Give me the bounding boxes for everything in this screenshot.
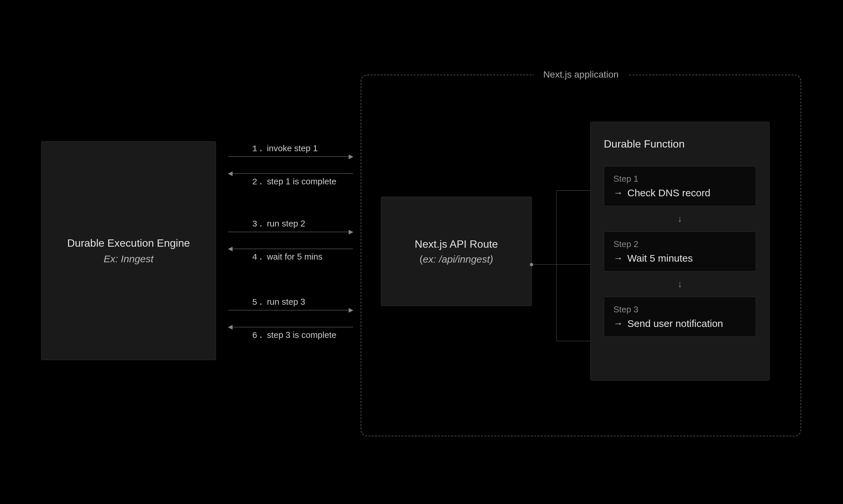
arrow-invoke-step-1: 1. invoke step 1 [228, 143, 353, 157]
step-label: Step 3 [613, 304, 747, 315]
arrow-right-icon [228, 232, 353, 232]
arrow-right-icon: → [613, 188, 623, 198]
arrow-right-icon: → [613, 253, 623, 264]
engine-subtitle: Ex: Inngest [104, 253, 153, 265]
arrow-step-3-complete: 6. step 3 is complete [228, 327, 353, 341]
step-box-2: Step 2 → Wait 5 minutes [604, 231, 756, 272]
step-box-3: Step 3 → Send user notification [604, 297, 756, 337]
arrow-run-step-3: 5. run step 3 [228, 297, 353, 310]
step-action: → Send user notification [613, 318, 747, 329]
arrow-down-icon: ↓ [604, 272, 756, 297]
connector-line [533, 264, 556, 265]
arrow-right-icon [228, 157, 353, 157]
arrow-label-1: 1. invoke step 1 [252, 143, 353, 154]
connector-line [556, 264, 590, 265]
arrow-down-icon: ↓ [604, 206, 756, 231]
arrow-label-3: 3. run step 2 [252, 218, 353, 229]
connector-line [556, 190, 557, 341]
step-label: Step 2 [613, 239, 747, 249]
engine-title: Durable Execution Engine [67, 237, 190, 249]
api-route-title: Next.js API Route [415, 238, 498, 250]
durable-function-title: Durable Function [604, 138, 756, 150]
step-box-1: Step 1 → Check DNS record [604, 166, 756, 206]
durable-function-panel: Durable Function Step 1 → Check DNS reco… [590, 122, 770, 381]
arrow-wait-5-mins: 4. wait for 5 mins [228, 249, 353, 262]
arrow-run-step-2: 3. run step 2 [228, 218, 353, 232]
arrow-label-6: 6. step 3 is complete [252, 330, 353, 341]
arrow-label-4: 4. wait for 5 mins [252, 252, 353, 262]
arrow-left-icon [228, 249, 353, 249]
engine-box: Durable Execution Engine Ex: Inngest [41, 141, 216, 360]
step-action: → Wait 5 minutes [613, 253, 747, 264]
arrow-left-icon [228, 174, 353, 174]
app-label: Next.js application [534, 69, 628, 80]
api-route-subtitle: (ex: /api/inngest) [420, 254, 493, 265]
arrow-label-5: 5. run step 3 [252, 297, 353, 307]
step-label: Step 1 [613, 174, 747, 184]
step-action: → Check DNS record [613, 187, 747, 199]
connector-line [556, 190, 590, 191]
api-route-box: Next.js API Route (ex: /api/inngest) [381, 197, 532, 306]
arrow-step-1-complete: 2. step 1 is complete [228, 174, 353, 187]
arrow-right-icon [228, 310, 353, 310]
connector-line [556, 341, 590, 341]
arrow-label-2: 2. step 1 is complete [252, 176, 353, 187]
arrow-left-icon [228, 327, 353, 327]
arrow-right-icon: → [613, 318, 623, 329]
connector-dot [530, 263, 533, 266]
